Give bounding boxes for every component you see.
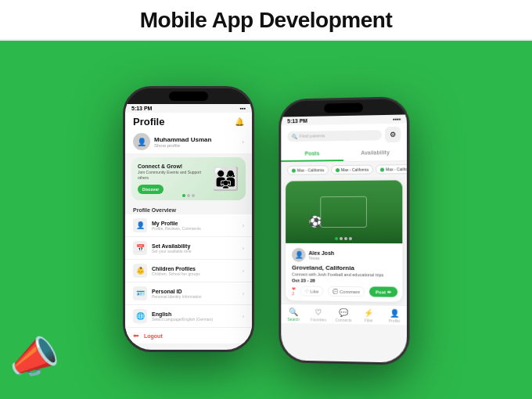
tabs-row: Posts Availability <box>281 146 407 163</box>
logout-icon: ⬅ <box>133 332 139 340</box>
menu-text-availability: Set Availability Set your available time <box>152 243 238 253</box>
like-label: Like <box>310 289 318 293</box>
banner-illustration: 👨‍👩‍👧 <box>212 168 239 190</box>
left-phone-screen: 5:13 PM ▪▪▪ Profile 🔔 👤 Muhammad Usman S… <box>125 104 252 350</box>
post-author-sub: Texas <box>309 255 335 260</box>
bottom-nav: 🔍 Search ♡ Favorites 💬 Connects ⚡ Filter… <box>281 304 407 325</box>
comment-icon: 💬 <box>332 289 338 294</box>
post-dot-4 <box>349 237 352 240</box>
post-dot-3 <box>344 237 347 240</box>
tag-3[interactable]: Max - California <box>376 164 407 174</box>
nav-profile-label: Profile <box>389 318 400 323</box>
search-placeholder: Find parents <box>300 133 325 138</box>
menu-chevron-availability: › <box>243 246 244 251</box>
personal-id-icon: 🪪 <box>133 286 147 300</box>
filter-button[interactable]: ⚙ <box>385 127 401 142</box>
section-title: Profile Overview <box>125 204 252 214</box>
post-date: Oct 23 - 28 <box>292 278 396 283</box>
nav-favorites[interactable]: ♡ Favorites <box>306 307 331 322</box>
discover-button[interactable]: Discover <box>138 185 164 194</box>
like-count: ❤ 2 <box>292 286 296 296</box>
menu-sub-children: Children, School fun groups <box>152 271 238 276</box>
post-dot-2 <box>340 237 343 240</box>
logout-item[interactable]: ⬅ Logout <box>125 328 252 343</box>
tag-1[interactable]: Max - California <box>287 165 329 174</box>
menu-item-availability[interactable]: 📅 Set Availability Set your available ti… <box>125 237 252 260</box>
post-author-info: Alex Josh Texas <box>309 250 335 260</box>
nav-search-icon: 🔍 <box>289 307 298 316</box>
menu-item-personal-id[interactable]: 🪪 Personal ID Personal Identity Informat… <box>125 282 252 305</box>
post-btn-label: Post <box>376 289 386 294</box>
battery-icon-right: ▪▪▪▪ <box>393 117 401 122</box>
search-input[interactable]: 🔍 Find parents <box>287 130 382 142</box>
menu-sub-personal-id: Personal Identity Information <box>152 294 238 299</box>
dot-1 <box>182 194 185 197</box>
tag-2[interactable]: Max - California <box>331 165 373 175</box>
comment-button[interactable]: 💬 Comment <box>328 286 365 297</box>
menu-item-profile[interactable]: 👤 My Profile Profile, Reviews, Comments … <box>125 214 252 237</box>
user-row[interactable]: 👤 Muhammad Usman Show profile › <box>125 130 252 153</box>
like-number: 2 <box>292 291 294 296</box>
menu-item-children[interactable]: 👶 Children Profiles Children, School fun… <box>125 260 252 282</box>
notch-pill-right <box>324 102 363 113</box>
bell-icon[interactable]: 🔔 <box>235 117 244 126</box>
menu-item-language[interactable]: 🌐 English Select Language/English (Germa… <box>125 305 252 328</box>
nav-connects-icon: 💬 <box>339 308 348 317</box>
battery-icon: ▪▪▪ <box>240 106 246 111</box>
logout-label: Logout <box>144 333 163 339</box>
menu-sub-availability: Set your available time <box>152 249 238 253</box>
dot-3 <box>192 194 195 197</box>
banner-title: Connect & Grow! <box>138 164 209 169</box>
nav-favorites-label: Favorites <box>311 317 326 322</box>
tab-posts[interactable]: Posts <box>281 146 343 162</box>
search-bar: 🔍 Find parents ⚙ <box>281 124 407 148</box>
status-time-left: 5:13 PM <box>131 106 152 111</box>
nav-connects-label: Connects <box>336 318 352 322</box>
menu-text-personal-id: Personal ID Personal Identity Informatio… <box>152 289 238 299</box>
post-author-row: 👤 Alex Josh Texas <box>292 248 396 263</box>
nav-search-label: Search <box>287 317 299 322</box>
post-body: 👤 Alex Josh Texas Groveland, California … <box>286 243 402 302</box>
banner-text: Connect & Grow! Join Community Events an… <box>138 164 209 194</box>
tag-label-1: Max - California <box>297 167 324 172</box>
menu-chevron-personal-id: › <box>243 291 244 297</box>
profile-title: Profile <box>133 116 164 128</box>
tag-dot-1 <box>292 168 296 172</box>
post-button[interactable]: Post ✏ <box>369 286 397 297</box>
nav-filter[interactable]: ⚡ Filter <box>356 308 382 323</box>
status-time-right: 5:13 PM <box>287 118 307 124</box>
post-card: ⚽ 👤 Alex Josh Texas <box>286 180 402 302</box>
profile-header: Profile 🔔 <box>125 113 252 130</box>
menu-sub-profile: Profile, Reviews, Comments <box>152 226 238 231</box>
status-icons-right: ▪▪▪▪ <box>393 117 401 122</box>
language-icon: 🌐 <box>133 309 147 323</box>
megaphone-decoration: 📣 <box>4 330 63 386</box>
tag-dot-2 <box>336 168 340 172</box>
page-title: Mobile App Development <box>0 8 532 33</box>
menu-text-profile: My Profile Profile, Reviews, Comments <box>152 221 238 231</box>
banner-dots <box>182 194 195 197</box>
comment-label: Comment <box>340 289 360 293</box>
user-sub: Show profile <box>154 143 211 148</box>
menu-chevron-children: › <box>243 268 244 274</box>
post-avatar: 👤 <box>292 248 306 262</box>
menu-label-children: Children Profiles <box>152 266 238 271</box>
menu-label-personal-id: Personal ID <box>152 289 238 294</box>
tab-availability-label: Availability <box>361 149 390 156</box>
post-author-name: Alex Josh <box>309 250 335 255</box>
menu-label-language: English <box>152 311 238 317</box>
tag-label-2: Max - California <box>341 167 368 172</box>
nav-search[interactable]: 🔍 Search <box>281 307 306 322</box>
like-icon: ♡ <box>305 289 309 294</box>
menu-text-language: English Select Language/English (German) <box>152 311 238 322</box>
nav-profile[interactable]: 👤 Profile <box>382 309 408 324</box>
notch-pill-left <box>169 92 208 101</box>
menu-chevron-language: › <box>243 314 244 319</box>
status-bar-left: 5:13 PM ▪▪▪ <box>125 104 252 113</box>
user-avatar: 👤 <box>133 133 150 150</box>
tab-availability[interactable]: Availability <box>343 146 407 161</box>
nav-connects[interactable]: 💬 Connects <box>331 308 356 322</box>
like-button[interactable]: ♡ Like <box>300 286 324 296</box>
post-location: Groveland, California <box>292 264 396 272</box>
search-icon: 🔍 <box>292 133 297 138</box>
